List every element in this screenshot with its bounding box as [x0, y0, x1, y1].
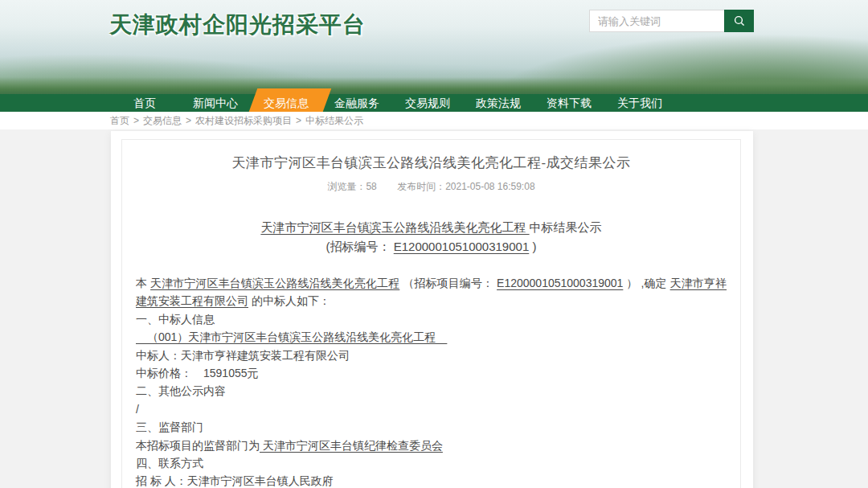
text-segment: /: [136, 403, 139, 416]
breadcrumb-home[interactable]: 首页: [110, 115, 129, 126]
article-line: 三、监督部门: [136, 418, 727, 436]
publish-time: 2021-05-08 16:59:08: [445, 181, 534, 192]
article-title: 天津市宁河区丰台镇滨玉公路线沿线美化亮化工程-成交结果公示: [136, 154, 727, 172]
site-title: 天津政村企阳光招采平台: [109, 10, 366, 40]
search-input[interactable]: [589, 10, 724, 32]
text-segment: （招标项目编号：: [399, 277, 497, 289]
text-segment: 四、联系方式: [136, 457, 203, 470]
nav-item-home[interactable]: 首页: [109, 94, 180, 112]
article-line: /: [136, 400, 727, 418]
underlined-text: 天津市宁河区丰台镇滨玉公路线沿线美化亮化工程: [150, 277, 399, 289]
nav-item-downloads[interactable]: 资料下载: [534, 94, 604, 112]
article-line: 一、中标人信息: [136, 310, 727, 328]
article-container: 天津市宁河区丰台镇滨玉公路线沿线美化亮化工程-成交结果公示 浏览量：58 发布时…: [121, 139, 741, 488]
text-segment: 二、其他公示内容: [136, 384, 226, 397]
text-segment: 中标价格： 1591055元: [136, 367, 259, 379]
hero-banner: 天津政村企阳光招采平台: [0, 0, 868, 94]
article-body: 本 天津市宁河区丰台镇滨玉公路线沿线美化亮化工程 （招标项目编号： E12000…: [136, 274, 727, 488]
breadcrumb-trade-info[interactable]: 交易信息: [143, 115, 182, 126]
breadcrumb-result-notice[interactable]: 中标结果公示: [305, 115, 363, 126]
search-icon: [733, 14, 746, 27]
underlined-text: （001）天津市宁河区丰台镇滨玉公路线沿线美化亮化工程: [136, 330, 447, 343]
text-segment: 的中标人如下：: [248, 294, 330, 307]
underlined-text: E1200001051000319001: [394, 240, 530, 253]
article-line: 二、其他公示内容: [136, 382, 727, 400]
nav-item-about[interactable]: 关于我们: [604, 94, 675, 112]
main-navigation: 首页 新闻中心 交易信息 金融服务 交易规则 政策法规 资料下载 关于我们: [0, 94, 868, 112]
text-segment: 中标结果公示: [530, 220, 602, 234]
text-segment: 本: [136, 277, 150, 289]
nav-item-trade-info[interactable]: 交易信息: [251, 94, 321, 112]
nav-item-news[interactable]: 新闻中心: [180, 94, 251, 112]
notice-subtitle: 天津市宁河区丰台镇滨玉公路线沿线美化亮化工程 中标结果公示: [136, 220, 727, 236]
search-button[interactable]: [724, 10, 754, 32]
underlined-text: 天津市宁河区丰台镇纪律检查委员会: [260, 439, 443, 452]
article-line: （001）天津市宁河区丰台镇滨玉公路线沿线美化亮化工程: [136, 328, 727, 346]
breadcrumb-rural-projects[interactable]: 农村建设招标采购项目: [195, 115, 292, 126]
article-meta: 浏览量：58 发布时间：2021-05-08 16:59:08: [136, 180, 727, 194]
text-segment: ): [529, 240, 536, 253]
views-count: 58: [366, 181, 376, 192]
breadcrumb-separator: >: [186, 115, 191, 126]
views-label: 浏览量：: [327, 181, 366, 192]
breadcrumb-separator: >: [133, 115, 139, 126]
article-line: 本招标项目的监督部门为 天津市宁河区丰台镇纪律检查委员会: [136, 437, 727, 454]
text-segment: 本招标项目的监督部门为: [136, 439, 260, 452]
article-line: 中标人：天津市亨祥建筑安装工程有限公司: [136, 347, 727, 364]
text-segment: 中标人：天津市亨祥建筑安装工程有限公司: [136, 349, 350, 362]
bid-number-line: (招标编号： E1200001051000319001 ): [136, 240, 727, 255]
publish-time-label: 发布时间：: [397, 181, 445, 192]
text-segment: ） ,确定: [623, 277, 669, 289]
search-box: [589, 10, 754, 32]
underlined-text: 天津市宁河区丰台镇滨玉公路线沿线美化亮化工程: [260, 220, 529, 234]
intro-paragraph: 本 天津市宁河区丰台镇滨玉公路线沿线美化亮化工程 （招标项目编号： E12000…: [136, 274, 727, 310]
article-line: 四、联系方式: [136, 454, 727, 472]
nav-item-policy[interactable]: 政策法规: [463, 94, 534, 112]
text-segment: 招 标 人：天津市宁河区丰台镇人民政府: [136, 474, 334, 487]
text-segment: (招标编号：: [326, 240, 394, 253]
article-line: 招 标 人：天津市宁河区丰台镇人民政府: [136, 472, 727, 488]
content-card: 天津市宁河区丰台镇滨玉公路线沿线美化亮化工程-成交结果公示 浏览量：58 发布时…: [111, 131, 753, 488]
text-segment: 三、监督部门: [136, 420, 203, 433]
nav-item-finance[interactable]: 金融服务: [321, 94, 392, 112]
underlined-text: E1200001051000319001: [497, 277, 623, 289]
article-line: 中标价格： 1591055元: [136, 364, 727, 382]
breadcrumb: 首页>交易信息>农村建设招标采购项目>中标结果公示: [0, 112, 868, 129]
nav-item-trade-rules[interactable]: 交易规则: [392, 94, 463, 112]
breadcrumb-separator: >: [296, 115, 301, 126]
text-segment: 一、中标人信息: [136, 313, 215, 326]
